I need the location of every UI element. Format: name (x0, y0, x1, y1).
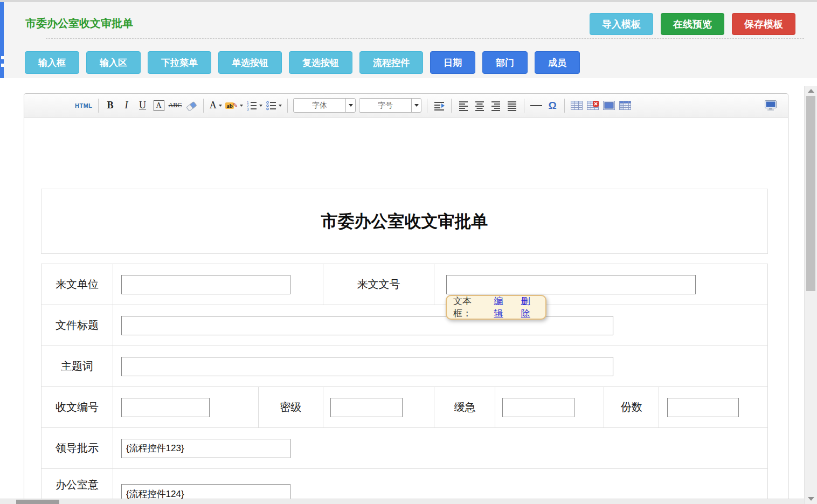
save-template-button[interactable]: 保存模板 (732, 13, 795, 35)
align-justify-icon (507, 100, 517, 111)
toolbar-separator (98, 99, 99, 113)
secrecy-input[interactable] (330, 398, 403, 417)
field-tooltip: 文本框： 编辑 删除 (446, 295, 546, 320)
page-title: 市委办公室收文审批单 (25, 16, 133, 31)
align-left-button[interactable] (457, 98, 470, 114)
subject-words-input[interactable] (121, 357, 613, 376)
indent-icon (433, 100, 445, 111)
align-center-button[interactable] (473, 98, 486, 114)
source-unit-label: 来文单位 (56, 277, 99, 292)
leader-note-input[interactable] (121, 439, 290, 458)
widget-button-input-area[interactable]: 输入区 (86, 51, 141, 74)
dashed-divider (46, 38, 804, 39)
table-row: 领导批示 (41, 428, 768, 469)
vertical-scrollbar[interactable] (804, 86, 817, 504)
form-title: 市委办公室收文审批单 (321, 210, 488, 233)
import-template-button[interactable]: 导入模板 (590, 13, 653, 35)
chevron-down-icon (414, 104, 419, 107)
table-row: 主题词 (41, 346, 768, 387)
toolbar-separator (564, 99, 565, 113)
scroll-down-button[interactable] (805, 494, 817, 503)
rich-text-editor: HTML B I U A ABC (24, 93, 788, 504)
fullscreen-preview-button[interactable] (764, 98, 777, 114)
insert-table-button[interactable] (570, 98, 583, 114)
source-unit-input[interactable] (121, 275, 290, 294)
widget-button-dropdown-menu[interactable]: 下拉菜单 (148, 51, 211, 74)
italic-icon: I (125, 100, 128, 111)
italic-button[interactable]: I (120, 98, 133, 114)
special-character-button[interactable]: Ω (546, 98, 559, 114)
delete-table-button[interactable] (586, 98, 599, 114)
doc-number-label: 来文文号 (357, 277, 400, 292)
font-family-select[interactable]: 字体 (293, 98, 356, 113)
doc-number-input[interactable] (446, 275, 696, 294)
html-source-icon: HTML (75, 102, 93, 109)
svg-text:3: 3 (247, 107, 249, 111)
font-family-dropdown-button[interactable] (345, 99, 355, 112)
copies-input[interactable] (667, 398, 739, 417)
form-table: 来文单位 来文文号 文件标题 主题词 收文编号 (41, 264, 768, 504)
cell-properties-button[interactable] (619, 98, 632, 114)
align-justify-button[interactable] (506, 98, 518, 114)
strikethrough-button[interactable]: ABC (169, 98, 182, 114)
font-style-icon: A (154, 100, 164, 111)
urgency-input[interactable] (502, 398, 574, 417)
doc-title-label: 文件标题 (56, 318, 99, 333)
scroll-up-button[interactable] (805, 86, 817, 95)
chevron-down-icon (240, 105, 243, 107)
editor-toolbar: HTML B I U A ABC (24, 94, 788, 118)
office-note-label: 办公室意 (56, 478, 99, 492)
align-right-button[interactable] (489, 98, 502, 114)
table-properties-button[interactable] (603, 98, 615, 114)
field-edit-link[interactable]: 编辑 (494, 295, 512, 320)
widget-button-flow-control[interactable]: 流程控件 (359, 51, 423, 74)
horizontal-scrollbar-thumb[interactable] (16, 500, 59, 504)
bold-button[interactable]: B (104, 98, 117, 114)
font-size-select[interactable]: 字号 (359, 98, 421, 113)
horizontal-rule-button[interactable] (530, 98, 543, 114)
scroll-down-icon (808, 497, 814, 501)
font-style-button[interactable]: A (153, 98, 165, 114)
insert-table-icon (571, 101, 583, 111)
scroll-up-icon (808, 89, 814, 93)
highlight-color-button[interactable]: ab ✎ (225, 98, 243, 114)
bold-icon: B (107, 100, 114, 111)
toolbar-separator (427, 99, 427, 113)
pencil-icon: ✎ (233, 102, 238, 109)
table-row: 文件标题 (41, 305, 768, 346)
html-source-button[interactable]: HTML (75, 98, 93, 114)
table-properties-icon (603, 101, 615, 111)
widget-button-date[interactable]: 日期 (430, 51, 475, 74)
monitor-icon (764, 100, 777, 111)
toolbar-separator (524, 99, 524, 113)
widget-button-member[interactable]: 成员 (535, 51, 580, 74)
widget-button-radio[interactable]: 单选按钮 (218, 51, 282, 74)
unordered-list-button[interactable] (266, 98, 282, 114)
widget-button-checkbox[interactable]: 复选按钮 (289, 51, 352, 74)
align-right-icon (490, 100, 501, 111)
indent-button[interactable] (433, 98, 446, 114)
ordered-list-button[interactable]: 123 (246, 98, 262, 114)
copies-label: 份数 (621, 400, 642, 415)
underline-button[interactable]: U (136, 98, 149, 114)
widget-toolbar: 输入框 输入区 下拉菜单 单选按钮 复选按钮 流程控件 日期 部门 成员 (25, 51, 580, 74)
font-color-button[interactable]: A (209, 98, 222, 114)
font-color-icon: A (210, 100, 217, 111)
receipt-number-label: 收文编号 (56, 400, 99, 415)
horizontal-scrollbar[interactable] (0, 499, 804, 504)
receipt-number-input[interactable] (121, 398, 210, 417)
widget-button-department[interactable]: 部门 (482, 51, 528, 74)
widget-button-input-box[interactable]: 输入框 (25, 51, 79, 74)
left-edge-strip (0, 2, 4, 78)
field-delete-link[interactable]: 删除 (521, 295, 539, 320)
header-actions: 导入模板 在线预览 保存模板 (590, 13, 795, 35)
vertical-scrollbar-thumb[interactable] (806, 96, 815, 291)
font-family-value: 字体 (294, 99, 345, 112)
table-row: 收文编号 密级 缓急 份数 (41, 387, 768, 428)
editor-canvas[interactable]: 市委办公室收文审批单 来文单位 来文文号 文件标题 主题词 (24, 118, 788, 504)
eraser-button[interactable] (185, 98, 198, 114)
horizontal-rule-icon (530, 105, 542, 106)
font-size-dropdown-button[interactable] (411, 99, 421, 112)
online-preview-button[interactable]: 在线预览 (661, 13, 724, 35)
toolbar-separator (203, 99, 204, 113)
